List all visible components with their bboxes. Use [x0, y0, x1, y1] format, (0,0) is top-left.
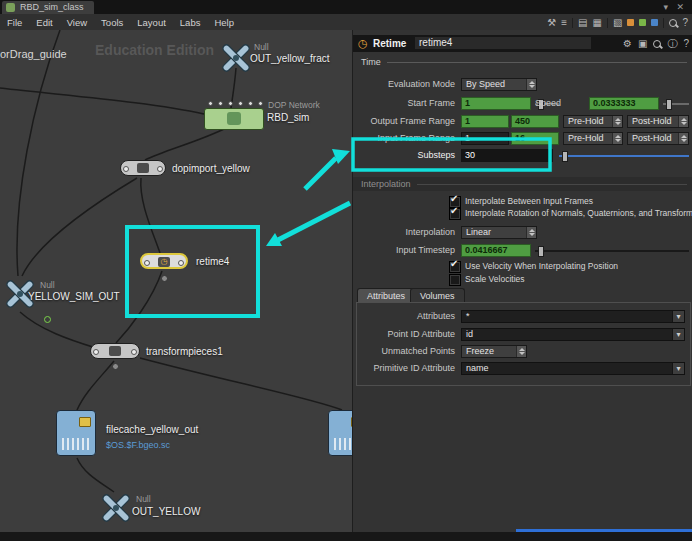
interpolation-combo[interactable]: Linear — [461, 226, 537, 239]
speed-field[interactable]: 0.0333333 — [589, 97, 659, 110]
gear-menu-icon[interactable]: ⚙ — [623, 36, 632, 51]
input-timestep-label: Input Timestep — [355, 244, 455, 257]
node-filecache-yellow-out[interactable] — [56, 410, 96, 456]
interp-rotation-checkbox[interactable]: ✔ — [449, 208, 461, 220]
posthold-value: Post-Hold — [632, 116, 672, 126]
toolbar-divider — [572, 18, 573, 28]
combo-spinner-icon[interactable] — [612, 116, 622, 127]
dropdown-caret-icon[interactable]: ▾ — [672, 311, 684, 322]
green-swatch-icon[interactable] — [639, 19, 646, 26]
tools-icon[interactable]: ⚒ — [547, 15, 556, 30]
dropdown-caret-icon[interactable]: ▾ — [672, 329, 684, 340]
search-icon[interactable] — [669, 19, 677, 27]
info-icon[interactable]: ⓘ — [667, 36, 677, 51]
input-timestep-slider[interactable] — [535, 244, 689, 257]
cache-stripes — [334, 438, 352, 450]
node-type-label: Null — [136, 494, 151, 504]
node-dopimport-yellow[interactable] — [120, 160, 166, 176]
scale-velocities-checkbox[interactable] — [449, 274, 461, 286]
unmatched-points-combo[interactable]: Freeze — [461, 345, 527, 358]
layout-grid-icon[interactable]: ▤ — [578, 15, 587, 30]
menu-tools[interactable]: Tools — [94, 17, 130, 28]
output-posthold-combo[interactable]: Post-Hold — [627, 115, 689, 128]
node-name-label: OUT_yellow_fract — [250, 53, 329, 64]
magnify-icon[interactable] — [653, 40, 661, 48]
tab-icon — [6, 3, 15, 12]
node-type-label: Null — [254, 42, 269, 52]
combo-spinner-icon[interactable] — [678, 116, 688, 127]
combo-spinner-icon[interactable] — [516, 346, 526, 357]
output-start-field[interactable]: 1 — [461, 115, 509, 128]
use-velocity-checkbox[interactable]: ✔ — [449, 261, 461, 273]
display-flag-dot[interactable] — [44, 316, 51, 323]
section-time: Time — [361, 56, 687, 68]
posthold-value: Post-Hold — [632, 133, 672, 143]
layout-grid2-icon[interactable]: ▦ — [593, 15, 602, 30]
menu-file[interactable]: File — [0, 17, 29, 28]
blue-swatch-icon[interactable] — [651, 19, 658, 26]
node-filecache-clipped[interactable] — [328, 410, 352, 456]
desktop-tab[interactable]: RBD_sim_class — [2, 1, 94, 14]
attributes-field[interactable]: * ▾ — [461, 310, 685, 323]
menu-labs[interactable]: Labs — [173, 17, 208, 28]
menu-layout[interactable]: Layout — [130, 17, 173, 28]
help-icon[interactable]: ? — [682, 15, 688, 30]
tab-caret-icon[interactable]: ▾ — [663, 0, 668, 14]
attributes-label: Attributes — [355, 310, 455, 323]
node-name-field[interactable]: retime4 — [415, 37, 591, 49]
input-posthold-combo[interactable]: Post-Hold — [627, 132, 689, 145]
retime-clock-icon: ◷ — [158, 257, 170, 267]
substeps-slider[interactable] — [559, 149, 689, 162]
list-icon[interactable]: ≡ — [561, 15, 567, 30]
evaluation-mode-combo[interactable]: By Speed — [461, 78, 537, 91]
use-velocity-label: Use Velocity When Interpolating Position — [465, 260, 618, 272]
node-badge-dot — [161, 275, 168, 282]
tab-close-icon[interactable]: ✕ — [676, 0, 684, 14]
node-name-label: YELLOW_SIM_OUT — [28, 291, 120, 302]
status-bar — [0, 532, 692, 541]
interp-rotation-label: Interpolate Rotation of Normals, Quatern… — [465, 207, 692, 219]
output-end-field[interactable]: 450 — [511, 115, 559, 128]
substeps-field[interactable]: 30 — [461, 149, 553, 162]
prehold-value: Pre-Hold — [568, 116, 604, 126]
input-start-field[interactable]: 1 — [461, 132, 509, 145]
menu-help[interactable]: Help — [207, 17, 241, 28]
input-end-field[interactable]: 16 — [511, 132, 559, 145]
menu-view[interactable]: View — [60, 17, 94, 28]
point-id-field[interactable]: id ▾ — [461, 328, 685, 341]
playbar-progress[interactable] — [516, 529, 692, 532]
scale-velocities-label: Scale Velocities — [465, 273, 525, 285]
folder-icon — [79, 417, 91, 427]
node-name-label: OUT_YELLOW — [132, 506, 200, 517]
primitive-id-field[interactable]: name ▾ — [461, 362, 685, 375]
network-editor[interactable]: Education Edition orDrag_guide Null OUT_… — [0, 30, 352, 532]
help-icon[interactable]: ? — [683, 36, 689, 51]
node-input-connectors[interactable] — [208, 101, 263, 106]
combo-spinner-icon[interactable] — [526, 79, 536, 90]
retime-node-icon: ◷ — [358, 37, 368, 50]
dropdown-caret-icon[interactable]: ▾ — [672, 363, 684, 374]
node-type-title: Retime — [373, 38, 406, 49]
orange-swatch-icon[interactable] — [627, 19, 634, 26]
node-transformpieces1[interactable] — [90, 343, 140, 359]
tab-attributes[interactable]: Attributes — [357, 288, 415, 302]
output-prehold-combo[interactable]: Pre-Hold — [563, 115, 623, 128]
bookmark-icon[interactable]: ▣ — [638, 36, 647, 51]
null-node-out-yellow-fract[interactable] — [218, 40, 254, 76]
combo-spinner-icon[interactable] — [678, 133, 688, 144]
speed-slider[interactable] — [663, 97, 689, 110]
node-name-label: dopimport_yellow — [172, 163, 250, 174]
attributes-value: * — [466, 311, 470, 321]
tab-volumes[interactable]: Volumes — [410, 288, 465, 302]
evaluation-mode-label: Evaluation Mode — [355, 78, 455, 91]
input-prehold-combo[interactable]: Pre-Hold — [563, 132, 623, 145]
combo-spinner-icon[interactable] — [526, 227, 536, 238]
combo-spinner-icon[interactable] — [612, 133, 622, 144]
null-node-out-yellow[interactable] — [98, 490, 134, 526]
parameter-header: ◷ Retime retime4 ⚙ ▣ ⓘ ? — [353, 35, 692, 52]
menu-edit[interactable]: Edit — [29, 17, 59, 28]
panes-icon[interactable]: ▧ — [613, 15, 622, 30]
node-rbd-sim[interactable] — [204, 108, 264, 130]
node-retime4[interactable]: ◷ — [140, 253, 188, 269]
input-timestep-field[interactable]: 0.0416667 — [461, 244, 531, 257]
